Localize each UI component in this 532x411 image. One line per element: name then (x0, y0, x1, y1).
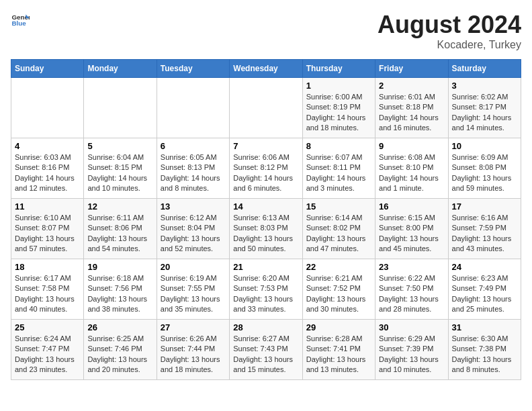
day-info: Sunrise: 6:27 AM Sunset: 7:43 PM Dayligh… (233, 334, 298, 375)
day-number: 2 (379, 81, 444, 91)
day-number: 25 (15, 322, 80, 332)
day-cell: 13Sunrise: 6:12 AM Sunset: 8:04 PM Dayli… (157, 199, 229, 259)
day-number: 3 (452, 81, 517, 91)
day-cell: 27Sunrise: 6:26 AM Sunset: 7:44 PM Dayli… (157, 320, 229, 380)
day-cell: 4Sunrise: 6:03 AM Sunset: 8:16 PM Daylig… (11, 138, 84, 199)
day-number: 12 (87, 201, 152, 212)
day-info: Sunrise: 6:24 AM Sunset: 7:47 PM Dayligh… (15, 334, 80, 375)
day-cell: 5Sunrise: 6:04 AM Sunset: 8:15 PM Daylig… (84, 138, 157, 199)
day-number: 27 (161, 322, 226, 332)
title-block: August 2024 Kocadere, Turkey (378, 11, 521, 51)
day-cell: 6Sunrise: 6:05 AM Sunset: 8:13 PM Daylig… (157, 138, 229, 199)
day-info: Sunrise: 6:20 AM Sunset: 7:53 PM Dayligh… (233, 273, 298, 315)
day-number: 18 (15, 262, 80, 272)
day-cell: 7Sunrise: 6:06 AM Sunset: 8:12 PM Daylig… (230, 138, 302, 199)
day-cell: 26Sunrise: 6:25 AM Sunset: 7:46 PM Dayli… (84, 320, 157, 380)
header-row: SundayMondayTuesdayWednesdayThursdayFrid… (11, 60, 521, 78)
day-info: Sunrise: 6:19 AM Sunset: 7:55 PM Dayligh… (161, 273, 226, 315)
day-number: 26 (87, 322, 152, 332)
day-number: 11 (15, 201, 80, 212)
day-info: Sunrise: 6:29 AM Sunset: 7:39 PM Dayligh… (379, 334, 444, 375)
day-number: 24 (452, 262, 517, 272)
subtitle: Kocadere, Turkey (378, 39, 521, 51)
header-cell-saturday: Saturday (448, 60, 521, 78)
day-cell: 21Sunrise: 6:20 AM Sunset: 7:53 PM Dayli… (230, 259, 302, 320)
week-row-5: 25Sunrise: 6:24 AM Sunset: 7:47 PM Dayli… (11, 320, 521, 380)
day-number: 13 (161, 201, 226, 212)
day-number: 16 (379, 201, 444, 212)
calendar-body: 1Sunrise: 6:00 AM Sunset: 8:19 PM Daylig… (11, 78, 521, 380)
day-info: Sunrise: 6:30 AM Sunset: 7:38 PM Dayligh… (452, 334, 517, 375)
day-cell: 25Sunrise: 6:24 AM Sunset: 7:47 PM Dayli… (11, 320, 84, 380)
day-cell: 18Sunrise: 6:17 AM Sunset: 7:58 PM Dayli… (11, 259, 84, 320)
day-info: Sunrise: 6:23 AM Sunset: 7:49 PM Dayligh… (452, 273, 517, 315)
week-row-2: 4Sunrise: 6:03 AM Sunset: 8:16 PM Daylig… (11, 138, 521, 199)
day-cell: 24Sunrise: 6:23 AM Sunset: 7:49 PM Dayli… (448, 259, 521, 320)
main-title: August 2024 (378, 11, 521, 39)
day-info: Sunrise: 6:22 AM Sunset: 7:50 PM Dayligh… (379, 273, 444, 315)
day-cell (84, 78, 157, 138)
svg-text:Blue: Blue (11, 19, 26, 27)
day-number: 28 (233, 322, 298, 332)
day-number: 1 (306, 81, 371, 91)
day-info: Sunrise: 6:15 AM Sunset: 8:00 PM Dayligh… (379, 213, 444, 255)
day-info: Sunrise: 6:21 AM Sunset: 7:52 PM Dayligh… (306, 273, 371, 315)
logo: General Blue (11, 11, 30, 30)
calendar-table: SundayMondayTuesdayWednesdayThursdayFrid… (11, 59, 521, 380)
day-info: Sunrise: 6:28 AM Sunset: 7:41 PM Dayligh… (306, 334, 371, 375)
day-cell (157, 78, 229, 138)
day-number: 20 (161, 262, 226, 272)
day-info: Sunrise: 6:04 AM Sunset: 8:15 PM Dayligh… (87, 152, 152, 194)
day-info: Sunrise: 6:01 AM Sunset: 8:18 PM Dayligh… (379, 92, 444, 134)
day-number: 21 (233, 262, 298, 272)
day-cell: 14Sunrise: 6:13 AM Sunset: 8:03 PM Dayli… (230, 199, 302, 259)
day-number: 5 (87, 141, 152, 151)
day-number: 7 (233, 141, 298, 151)
day-cell: 2Sunrise: 6:01 AM Sunset: 8:18 PM Daylig… (375, 78, 448, 138)
day-cell: 15Sunrise: 6:14 AM Sunset: 8:02 PM Dayli… (302, 199, 375, 259)
day-number: 9 (379, 141, 444, 151)
header-cell-sunday: Sunday (11, 60, 84, 78)
day-cell: 9Sunrise: 6:08 AM Sunset: 8:10 PM Daylig… (375, 138, 448, 199)
day-cell: 30Sunrise: 6:29 AM Sunset: 7:39 PM Dayli… (375, 320, 448, 380)
day-number: 4 (15, 141, 80, 151)
day-cell (230, 78, 302, 138)
page-header: General Blue August 2024 Kocadere, Turke… (11, 11, 521, 51)
day-info: Sunrise: 6:25 AM Sunset: 7:46 PM Dayligh… (87, 334, 152, 375)
header-cell-monday: Monday (84, 60, 157, 78)
day-info: Sunrise: 6:02 AM Sunset: 8:17 PM Dayligh… (452, 92, 517, 134)
day-number: 17 (452, 201, 517, 212)
day-info: Sunrise: 6:10 AM Sunset: 8:07 PM Dayligh… (15, 213, 80, 255)
week-row-1: 1Sunrise: 6:00 AM Sunset: 8:19 PM Daylig… (11, 78, 521, 138)
day-cell: 17Sunrise: 6:16 AM Sunset: 7:59 PM Dayli… (448, 199, 521, 259)
day-cell: 23Sunrise: 6:22 AM Sunset: 7:50 PM Dayli… (375, 259, 448, 320)
day-info: Sunrise: 6:14 AM Sunset: 8:02 PM Dayligh… (306, 213, 371, 255)
day-cell: 3Sunrise: 6:02 AM Sunset: 8:17 PM Daylig… (448, 78, 521, 138)
day-number: 10 (452, 141, 517, 151)
day-info: Sunrise: 6:03 AM Sunset: 8:16 PM Dayligh… (15, 152, 80, 194)
header-cell-thursday: Thursday (302, 60, 375, 78)
day-cell: 8Sunrise: 6:07 AM Sunset: 8:11 PM Daylig… (302, 138, 375, 199)
day-info: Sunrise: 6:00 AM Sunset: 8:19 PM Dayligh… (306, 92, 371, 134)
day-cell: 20Sunrise: 6:19 AM Sunset: 7:55 PM Dayli… (157, 259, 229, 320)
day-info: Sunrise: 6:16 AM Sunset: 7:59 PM Dayligh… (452, 213, 517, 255)
day-info: Sunrise: 6:26 AM Sunset: 7:44 PM Dayligh… (161, 334, 226, 375)
day-info: Sunrise: 6:08 AM Sunset: 8:10 PM Dayligh… (379, 152, 444, 194)
day-number: 14 (233, 201, 298, 212)
logo-icon: General Blue (11, 11, 30, 30)
header-cell-tuesday: Tuesday (157, 60, 229, 78)
day-number: 6 (161, 141, 226, 151)
day-cell: 1Sunrise: 6:00 AM Sunset: 8:19 PM Daylig… (302, 78, 375, 138)
day-number: 29 (306, 322, 371, 332)
day-info: Sunrise: 6:07 AM Sunset: 8:11 PM Dayligh… (306, 152, 371, 194)
day-info: Sunrise: 6:17 AM Sunset: 7:58 PM Dayligh… (15, 273, 80, 315)
week-row-4: 18Sunrise: 6:17 AM Sunset: 7:58 PM Dayli… (11, 259, 521, 320)
day-cell: 16Sunrise: 6:15 AM Sunset: 8:00 PM Dayli… (375, 199, 448, 259)
day-cell: 28Sunrise: 6:27 AM Sunset: 7:43 PM Dayli… (230, 320, 302, 380)
day-number: 23 (379, 262, 444, 272)
day-info: Sunrise: 6:18 AM Sunset: 7:56 PM Dayligh… (87, 273, 152, 315)
day-number: 22 (306, 262, 371, 272)
day-number: 8 (306, 141, 371, 151)
day-number: 15 (306, 201, 371, 212)
day-info: Sunrise: 6:05 AM Sunset: 8:13 PM Dayligh… (161, 152, 226, 194)
